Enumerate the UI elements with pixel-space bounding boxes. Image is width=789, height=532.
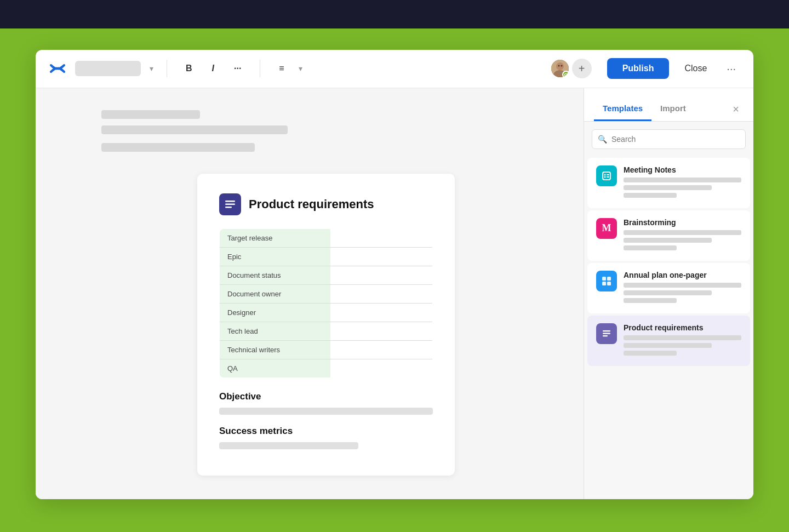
svg-point-3 [558,65,559,67]
table-cell-label: Document status [220,266,330,284]
breadcrumb-chevron-icon: ▾ [150,64,153,73]
template-item-meeting-notes[interactable]: Meeting Notes [587,158,750,208]
table-cell-label: Target release [220,228,330,247]
table-row: Designer [220,303,433,322]
svg-point-10 [604,176,606,178]
svg-rect-6 [225,203,235,205]
editor-area[interactable]: Product requirements Target releaseEpicD… [36,88,584,499]
objective-line-1 [219,408,433,415]
search-icon: 🔍 [598,135,607,144]
template-item-annual-plan[interactable]: Annual plan one-pager [587,263,750,313]
template-line-2 [624,245,677,250]
objective-section: Objective [219,391,433,415]
collaborators-group: G + [550,59,592,78]
template-line-2 [624,193,677,198]
close-button[interactable]: Close [678,59,713,78]
doc-title: Product requirements [249,197,374,211]
avatar-badge: G [562,71,570,78]
template-line-0 [624,335,741,340]
table-cell-value [330,228,433,247]
template-name-annual-plan: Annual plan one-pager [624,271,741,279]
template-item-brainstorming[interactable]: M Brainstorming [587,210,750,261]
svg-point-1 [556,62,564,70]
table-cell-value [330,322,433,340]
svg-point-9 [604,174,606,175]
table-cell-value [330,284,433,303]
template-icon-brainstorming: M [596,218,617,239]
table-cell-value [330,359,433,377]
template-name-product-requirements: Product requirements [624,323,741,332]
table-cell-label: Tech lead [220,322,330,340]
svg-rect-17 [603,330,610,331]
breadcrumb [75,61,141,76]
svg-rect-15 [602,282,606,285]
more-format-button[interactable]: ··· [228,60,247,77]
template-line-0 [624,178,741,182]
table-cell-label: Document owner [220,284,330,303]
template-line-0 [624,283,741,288]
table-cell-label: QA [220,359,330,377]
table-row: Tech lead [220,322,433,340]
template-name-meeting-notes: Meeting Notes [624,165,741,174]
template-line-0 [624,230,741,235]
confluence-logo [49,60,66,77]
table-cell-label: Technical writers [220,340,330,359]
italic-button[interactable]: I [207,60,220,77]
svg-rect-5 [225,201,235,202]
template-line-1 [624,290,712,295]
publish-button[interactable]: Publish [607,58,670,79]
align-button[interactable]: ≡ [273,60,289,77]
svg-rect-7 [225,207,232,208]
success-metrics-section: Success metrics [219,426,433,449]
top-bar [0,0,789,28]
svg-rect-18 [603,333,610,334]
editor-placeholder-2 [101,125,288,134]
doc-title-row: Product requirements [219,193,433,215]
success-metrics-heading: Success metrics [219,426,433,437]
template-info-annual-plan: Annual plan one-pager [624,271,741,306]
template-icon-product-requirements [596,323,617,344]
toolbar: ▾ B I ··· ≡ ▾ G [36,50,753,88]
template-line-1 [624,185,712,190]
template-line-1 [624,238,712,243]
editor-placeholder-3 [101,143,255,152]
svg-point-4 [561,65,562,67]
template-line-2 [624,298,677,303]
table-row: Document owner [220,284,433,303]
editor-placeholder-1 [101,110,200,119]
bold-button[interactable]: B [180,60,198,77]
svg-rect-16 [607,282,611,285]
table-row: QA [220,359,433,377]
table-cell-label: Designer [220,303,330,322]
toolbar-divider [167,60,167,77]
tab-import[interactable]: Import [651,98,695,121]
modal-window: ▾ B I ··· ≡ ▾ G [36,50,753,499]
more-options-button[interactable]: ··· [722,58,740,79]
add-collaborator-button[interactable]: + [572,59,592,78]
success-metrics-line-1 [219,442,358,449]
template-icon-annual-plan [596,271,617,291]
template-item-product-requirements[interactable]: Product requirements [587,316,750,366]
table-cell-value [330,266,433,284]
toolbar-divider-2 [260,60,260,77]
template-line-2 [624,351,677,356]
document-card: Product requirements Target releaseEpicD… [197,174,455,476]
table-cell-value [330,247,433,266]
table-row: Document status [220,266,433,284]
search-input[interactable] [611,135,740,144]
search-box[interactable]: 🔍 [592,129,746,149]
panel-close-button[interactable]: × [728,99,744,120]
template-line-1 [624,343,712,348]
svg-rect-13 [602,277,606,281]
table-row: Target release [220,228,433,247]
avatar: G [550,59,570,78]
right-panel: Templates Import × 🔍 Meeting Notes M [584,88,753,499]
svg-rect-12 [607,176,609,178]
panel-header: Templates Import × [584,88,753,122]
body-area: Product requirements Target releaseEpicD… [36,88,753,499]
align-chevron-icon: ▾ [299,64,302,73]
tab-templates[interactable]: Templates [594,98,651,121]
template-name-brainstorming: Brainstorming [624,218,741,227]
template-info-brainstorming: Brainstorming [624,218,741,253]
table-cell-label: Epic [220,247,330,266]
